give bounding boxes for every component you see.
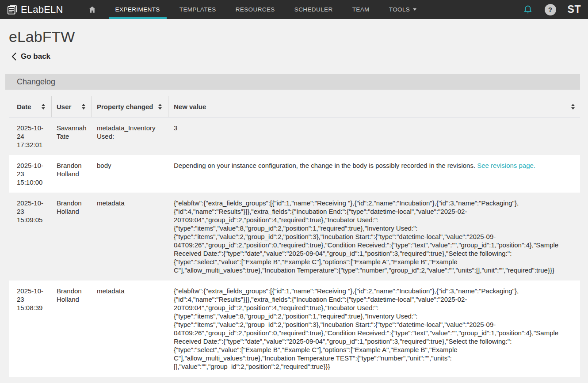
topbar-right: ? ST xyxy=(523,0,581,19)
nav-item-team[interactable]: TEAM xyxy=(346,0,376,19)
cell-property: metadata xyxy=(92,281,168,377)
column-header-user[interactable]: User xyxy=(52,96,92,117)
notifications-button[interactable] xyxy=(523,4,533,15)
cell-date: 2025-10-23 15:09:05 xyxy=(9,193,52,281)
nav-item-resources[interactable]: RESOURCES xyxy=(229,0,282,19)
sort-icon[interactable] xyxy=(42,104,45,110)
go-back-label: Go back xyxy=(21,52,50,61)
changelog-section-title: Changelog xyxy=(17,77,55,87)
nav-item-templates[interactable]: TEMPLATES xyxy=(173,0,223,19)
nav-item-scheduler[interactable]: SCHEDULER xyxy=(288,0,340,19)
cell-date: 2025-10-23 15:08:39 xyxy=(9,281,52,377)
cell-user: Brandon Holland xyxy=(52,281,92,377)
cell-property: metadata_Inventory Used: xyxy=(92,118,168,155)
column-header-new-value[interactable]: New value xyxy=(168,96,580,117)
main-nav: EXPERIMENTS TEMPLATES RESOURCES SCHEDULE… xyxy=(83,0,430,19)
help-icon: ? xyxy=(545,4,556,15)
body-change-note: Depending on your instance configuration… xyxy=(174,162,475,169)
cell-new-value: {"elabftw":{"extra_fields_groups":[{"id"… xyxy=(168,281,580,377)
cell-new-value: Depending on your instance configuration… xyxy=(168,155,580,193)
sort-icon[interactable] xyxy=(82,104,85,110)
app-logo-text: ELabELN xyxy=(21,4,63,15)
nav-item-experiments[interactable]: EXPERIMENTS xyxy=(109,0,167,19)
app-logo[interactable]: ELabELN xyxy=(6,0,63,19)
table-row: 2025-10-23 15:09:05 Brandon Holland meta… xyxy=(9,193,580,281)
table-row: 2025-10-24 17:32:01 Savannah Tate metada… xyxy=(9,118,580,155)
cell-user: Brandon Holland xyxy=(52,193,92,281)
table-header-row: Date User Property changed New value xyxy=(9,96,580,118)
main-content: eLabFTW Go back Changelog Date User Prop… xyxy=(5,27,580,377)
changelog-section-header: Changelog xyxy=(5,74,580,90)
sort-icon[interactable] xyxy=(571,104,575,110)
column-header-property[interactable]: Property changed xyxy=(92,96,168,117)
table-row: 2025-10-23 15:08:39 Brandon Holland meta… xyxy=(9,281,580,377)
cell-date: 2025-10-23 15:10:00 xyxy=(9,155,52,193)
notebook-logo-icon xyxy=(6,4,18,15)
bell-icon xyxy=(523,4,533,15)
home-nav-link[interactable] xyxy=(83,0,102,19)
topbar: ELabELN EXPERIMENTS TEMPLATES RESOURCES … xyxy=(0,0,588,19)
user-menu-initials[interactable]: ST xyxy=(568,4,581,15)
cell-property: metadata xyxy=(92,193,168,281)
nav-item-tools[interactable]: TOOLS xyxy=(382,0,424,19)
page-title: eLabFTW xyxy=(9,27,580,46)
cell-new-value: 3 xyxy=(168,118,580,155)
nav-item-tools-label: TOOLS xyxy=(389,6,410,13)
cell-user: Savannah Tate xyxy=(52,118,92,155)
cell-user: Brandon Holland xyxy=(52,155,92,193)
table-row: 2025-10-23 15:10:00 Brandon Holland body… xyxy=(9,155,580,193)
see-revisions-link[interactable]: See revisions page. xyxy=(477,162,535,169)
cell-property: body xyxy=(92,155,168,193)
changelog-table: Date User Property changed New value 202… xyxy=(9,96,580,377)
chevron-left-icon xyxy=(11,53,16,61)
home-icon xyxy=(88,5,96,14)
cell-date: 2025-10-24 17:32:01 xyxy=(9,118,52,155)
cell-new-value: {"elabftw":{"extra_fields_groups":[{"id"… xyxy=(168,193,580,281)
table-body: 2025-10-24 17:32:01 Savannah Tate metada… xyxy=(9,118,580,377)
column-header-date[interactable]: Date xyxy=(9,96,52,117)
chevron-down-icon xyxy=(413,8,416,11)
go-back-link[interactable]: Go back xyxy=(11,52,50,61)
sort-icon[interactable] xyxy=(158,104,162,110)
help-button[interactable]: ? xyxy=(545,4,556,15)
